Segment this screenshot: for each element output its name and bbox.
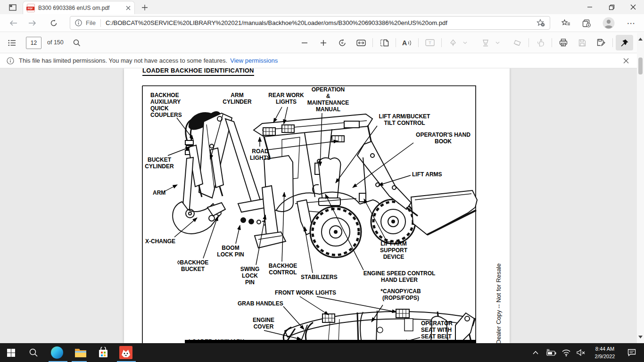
add-favorite-star-icon[interactable] [537, 19, 545, 27]
save-icon [578, 39, 586, 47]
profile-button[interactable] [602, 16, 616, 30]
rotate-icon [338, 39, 347, 47]
info-icon[interactable] [75, 19, 82, 26]
volume-muted-icon [577, 349, 585, 356]
diagram-label: OPERATOR'S HAND BOOK [413, 132, 473, 145]
start-button[interactable] [0, 343, 22, 362]
battery-charging-icon [546, 349, 556, 356]
text-box-icon: T [425, 39, 435, 46]
zoom-out-button[interactable] [297, 35, 313, 50]
pdf-content-area: LOADER BACKHOE IDENTIFICATION [0, 68, 644, 343]
notification-icon [627, 349, 636, 356]
diagram-label: ARM CYLINDER [220, 92, 254, 105]
save-as-icon [597, 39, 605, 47]
diagram-label: BACKHOE AUXILIARY QUICK COUPLERS [150, 92, 182, 118]
pdf-toolbar: of 150 A [0, 32, 644, 53]
close-button[interactable] [622, 0, 644, 14]
diagram-label: ROAD LIGHTS [247, 148, 273, 161]
scrollbar-thumb[interactable] [638, 58, 643, 74]
taskbar-file-explorer-button[interactable] [70, 343, 91, 362]
toolbar-divider [552, 38, 552, 47]
browser-tab[interactable]: PDF B300 6903386 enUS om.pdf [23, 1, 135, 14]
diagram-label: ARM [153, 189, 165, 196]
restore-button[interactable] [601, 0, 622, 14]
diagram-label: REAR WORK LIGHTS [266, 92, 306, 105]
notice-close-icon[interactable] [623, 58, 629, 64]
toolbar-divider [418, 38, 419, 47]
taskbar: 8:44 AM 2/9/2022 [0, 343, 644, 362]
diagram-label: LOADER AUXILIARY [189, 338, 244, 343]
edge-icon [51, 346, 63, 359]
refresh-icon [50, 19, 58, 27]
page-number-input[interactable] [26, 37, 41, 49]
tray-date: 2/9/2022 [588, 353, 621, 360]
tray-network-button[interactable] [558, 343, 574, 362]
table-of-contents-button[interactable] [4, 35, 20, 50]
fit-to-width-button[interactable] [353, 35, 369, 50]
scroll-down-icon[interactable] [638, 336, 643, 338]
diagram-label: ENGINE SPEED CONTROL HAND LEVER [359, 270, 439, 283]
windows-logo-icon [7, 349, 15, 357]
collections-button[interactable] [580, 16, 593, 30]
navigation-bar: File C:/BOBCAT%20SERVICE%20LIBRARY%20202… [0, 14, 644, 32]
forward-arrow-icon [28, 20, 36, 26]
plus-icon [320, 40, 327, 46]
taskbar-clock[interactable]: 8:44 AM 2/9/2022 [588, 345, 621, 360]
taskbar-edge-button[interactable] [46, 343, 68, 362]
touch-mode-button-disabled [532, 35, 548, 50]
toolbar-divider [612, 38, 613, 47]
favorites-button[interactable] [559, 16, 572, 30]
microsoft-store-icon [98, 347, 109, 358]
pdf-page: LOADER BACKHOE IDENTIFICATION [124, 68, 510, 343]
tab-actions-menu-button[interactable] [6, 1, 20, 14]
highlight-button-disabled [478, 35, 494, 50]
minimize-button[interactable] [579, 0, 601, 14]
forward-button [25, 16, 39, 30]
scroll-up-icon[interactable] [638, 38, 643, 41]
print-button[interactable] [555, 35, 571, 50]
diagram-label: *CANOPY/CAB (ROPS/FOPS) [378, 288, 423, 301]
diagram-label: BACKHOE CONTROL [266, 263, 300, 276]
taskbar-search-button[interactable] [23, 343, 44, 362]
tab-close-icon[interactable] [126, 6, 131, 10]
address-bar[interactable]: File C:/BOBCAT%20SERVICE%20LIBRARY%20202… [70, 16, 550, 30]
url-scheme-label: File [86, 19, 96, 26]
read-aloud-icon: A [402, 40, 407, 46]
taskbar-bobcat-app-button[interactable] [115, 343, 137, 362]
diagram-label: FRONT WORK LIGHTS [275, 289, 336, 296]
tray-battery-button[interactable] [543, 343, 559, 362]
avatar [603, 17, 615, 29]
wifi-icon [562, 349, 570, 356]
sound-waves-icon [408, 40, 412, 46]
minus-icon [301, 40, 308, 46]
fit-width-icon [356, 40, 366, 46]
hand-pointer-icon [537, 39, 544, 47]
pdf-favicon: PDF [27, 4, 35, 12]
find-in-document-button[interactable] [69, 35, 85, 50]
page-view-button[interactable] [376, 35, 392, 50]
tray-show-hidden-icons-button[interactable] [527, 343, 544, 362]
text-note-letter: T [429, 41, 431, 45]
diagram-label: OPERATION & MAINTENANCE MANUAL [304, 86, 352, 113]
zoom-in-button[interactable] [315, 35, 331, 50]
restore-icon [609, 4, 615, 10]
action-center-button[interactable] [622, 343, 641, 362]
new-tab-button[interactable] [139, 1, 151, 14]
diagram-label: GRAB HANDLES [238, 300, 283, 307]
vertical-scrollbar[interactable] [637, 33, 644, 343]
settings-menu-button[interactable]: ⋯ [624, 16, 637, 30]
tray-volume-button[interactable] [573, 343, 588, 362]
rotate-button[interactable] [334, 35, 350, 50]
refresh-button[interactable] [47, 16, 60, 30]
save-button-disabled [574, 35, 590, 50]
plus-icon [141, 4, 148, 11]
taskbar-store-button[interactable] [92, 343, 114, 362]
save-as-button[interactable] [593, 35, 609, 50]
pin-toolbar-button[interactable] [616, 35, 633, 50]
add-text-button-disabled: T [422, 35, 438, 50]
eraser-icon [513, 39, 521, 46]
read-aloud-button[interactable]: A [399, 35, 415, 50]
diagram-label: OPERATOR SEAT WITH SEAT BELT [421, 320, 453, 340]
chevron-down-icon [495, 41, 500, 44]
view-permissions-link[interactable]: View permissions [230, 57, 278, 64]
